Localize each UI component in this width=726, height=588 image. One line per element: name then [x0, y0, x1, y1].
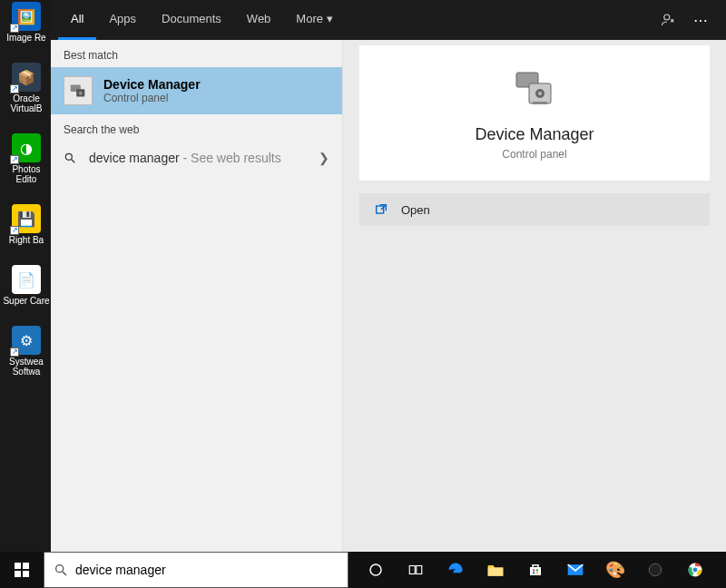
- search-icon: [54, 563, 68, 577]
- tab-apps[interactable]: Apps: [96, 0, 149, 40]
- app-icon[interactable]: [637, 552, 673, 588]
- svg-point-0: [664, 15, 670, 20]
- desktop-icon-image[interactable]: 🖼️↗ Image Re: [2, 2, 51, 43]
- svg-point-30: [692, 567, 698, 573]
- svg-rect-20: [417, 566, 422, 574]
- task-view-icon[interactable]: [397, 552, 434, 588]
- svg-rect-21: [488, 568, 504, 576]
- tab-more[interactable]: More ▾: [283, 0, 345, 40]
- svg-rect-13: [23, 563, 29, 569]
- desktop-icons-column: 🖼️↗ Image Re 📦↗ Oracle VirtualB ◑↗ Photo…: [2, 0, 51, 377]
- tab-documents[interactable]: Documents: [149, 0, 234, 40]
- web-result[interactable]: device manager - See web results ❯: [51, 142, 342, 174]
- best-match-header: Best match: [51, 40, 342, 67]
- device-manager-large-icon: [509, 65, 560, 113]
- open-icon: [374, 202, 388, 217]
- search-panes: Best match Device Manager Control panel …: [51, 40, 726, 552]
- desktop-icon-virtualbox[interactable]: 📦↗ Oracle VirtualB: [2, 63, 51, 113]
- search-icon: [64, 152, 78, 164]
- svg-rect-23: [536, 569, 538, 571]
- tab-all[interactable]: All: [58, 0, 96, 40]
- mail-icon[interactable]: [557, 552, 594, 588]
- open-label: Open: [401, 203, 430, 217]
- svg-point-18: [370, 564, 381, 575]
- desktop-icon-rightba[interactable]: 💾↗ Right Ba: [2, 204, 51, 245]
- device-manager-icon: [64, 76, 93, 105]
- search-input[interactable]: [75, 563, 338, 577]
- svg-rect-22: [533, 569, 535, 571]
- svg-rect-11: [377, 206, 384, 213]
- chevron-right-icon[interactable]: ❯: [319, 151, 329, 165]
- desktop: 🖼️↗ Image Re 📦↗ Oracle VirtualB ◑↗ Photo…: [0, 0, 726, 588]
- results-pane: Best match Device Manager Control panel …: [51, 40, 343, 552]
- svg-rect-19: [409, 566, 415, 574]
- svg-point-16: [56, 565, 64, 573]
- best-match-title: Device Manager: [103, 77, 201, 92]
- desktop-icon-supercare[interactable]: 📄 Super Care: [2, 265, 51, 306]
- taskbar-search[interactable]: [44, 552, 348, 588]
- svg-rect-12: [15, 563, 21, 569]
- best-match-subtitle: Control panel: [103, 92, 201, 104]
- web-header: Search the web: [51, 114, 342, 142]
- search-tabs: All Apps Documents Web More ▾ ⋯: [51, 0, 726, 40]
- svg-rect-24: [533, 572, 535, 573]
- open-action[interactable]: Open: [359, 193, 710, 226]
- chevron-down-icon: ▾: [327, 12, 333, 25]
- svg-rect-10: [533, 102, 547, 104]
- file-explorer-icon[interactable]: [477, 552, 514, 588]
- detail-subtitle: Control panel: [502, 148, 566, 161]
- more-icon[interactable]: ⋯: [693, 12, 708, 29]
- detail-pane: Device Manager Control panel Open: [343, 40, 726, 552]
- best-match-result[interactable]: Device Manager Control panel: [51, 67, 342, 114]
- taskbar: 🎨: [0, 552, 726, 588]
- svg-rect-15: [23, 571, 29, 577]
- detail-card: Device Manager Control panel: [359, 45, 710, 181]
- svg-line-5: [72, 160, 75, 163]
- svg-rect-14: [15, 571, 21, 577]
- paint-icon[interactable]: 🎨: [597, 552, 633, 588]
- start-button[interactable]: [0, 552, 44, 588]
- store-icon[interactable]: [517, 552, 554, 588]
- edge-icon[interactable]: [437, 552, 474, 588]
- cortana-icon[interactable]: [358, 552, 394, 588]
- svg-point-9: [538, 92, 542, 95]
- detail-title: Device Manager: [475, 125, 594, 144]
- feedback-icon[interactable]: [661, 12, 677, 28]
- svg-point-4: [65, 153, 72, 160]
- tab-web[interactable]: Web: [234, 0, 284, 40]
- web-result-text: device manager - See web results: [89, 151, 308, 165]
- svg-point-27: [649, 564, 662, 576]
- taskbar-icons: 🎨: [348, 552, 726, 588]
- svg-point-3: [79, 92, 83, 95]
- chrome-icon[interactable]: [677, 552, 713, 588]
- search-flyout: All Apps Documents Web More ▾ ⋯ Best mat…: [51, 0, 726, 552]
- svg-rect-25: [536, 572, 538, 573]
- desktop-icon-photos[interactable]: ◑↗ Photos Edito: [2, 133, 51, 184]
- desktop-icon-systweak[interactable]: ⚙↗ Systwea Softwa: [2, 326, 51, 377]
- svg-line-17: [63, 572, 66, 575]
